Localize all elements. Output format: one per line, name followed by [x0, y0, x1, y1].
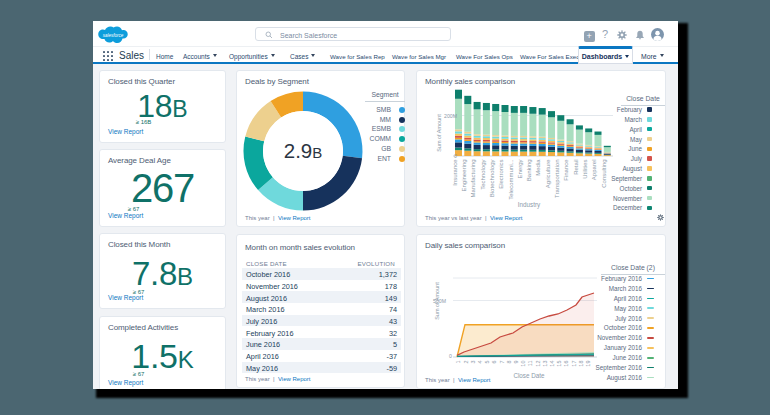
svg-text:Transportation: Transportation: [554, 160, 560, 198]
svg-text:Retail: Retail: [573, 160, 579, 175]
svg-text:200M: 200M: [444, 113, 457, 119]
svg-text:12: 12: [535, 361, 541, 367]
svg-text:Engineering: Engineering: [461, 160, 467, 192]
svg-text:Biotechnology: Biotechnology: [489, 160, 495, 198]
svg-text:Insurance: Insurance: [452, 159, 458, 186]
svg-text:Telecommuni...: Telecommuni...: [508, 159, 514, 200]
svg-text:11: 11: [527, 361, 533, 367]
svg-text:7: 7: [499, 361, 505, 364]
svg-text:Consulting: Consulting: [601, 160, 607, 188]
svg-text:Close Date: Close Date: [513, 372, 545, 379]
svg-text:19: 19: [585, 361, 591, 367]
svg-text:4: 4: [477, 361, 483, 364]
svg-text:18: 18: [578, 361, 584, 367]
svg-text:0: 0: [454, 153, 457, 159]
svg-text:Manufacturing: Manufacturing: [470, 160, 476, 198]
svg-text:10: 10: [520, 361, 526, 367]
svg-text:Banking: Banking: [526, 160, 532, 182]
svg-text:0: 0: [449, 353, 452, 359]
svg-text:9: 9: [513, 361, 519, 364]
svg-text:Finance: Finance: [563, 159, 569, 181]
svg-text:3: 3: [470, 361, 476, 364]
svg-text:Sum of Amount: Sum of Amount: [434, 282, 440, 320]
svg-text:15: 15: [556, 361, 562, 367]
svg-text:17: 17: [571, 361, 577, 367]
svg-text:Technology: Technology: [480, 160, 486, 190]
svg-text:Sum of Amount: Sum of Amount: [436, 114, 442, 152]
svg-text:5: 5: [484, 361, 490, 364]
svg-text:Apparel: Apparel: [591, 160, 597, 181]
svg-text:Media: Media: [535, 159, 541, 176]
svg-text:6: 6: [491, 361, 497, 364]
svg-text:14: 14: [549, 361, 555, 367]
svg-text:Industry: Industry: [518, 201, 541, 209]
svg-text:Agriculture: Agriculture: [545, 159, 551, 188]
svg-text:2: 2: [463, 361, 469, 364]
svg-text:13: 13: [542, 361, 548, 367]
svg-text:Energy: Energy: [517, 160, 523, 179]
svg-text:8: 8: [506, 361, 512, 364]
svg-text:1: 1: [455, 361, 461, 364]
svg-text:Electronics: Electronics: [498, 160, 504, 189]
svg-text:salesforce: salesforce: [103, 33, 124, 38]
svg-text:Utilities: Utilities: [582, 160, 588, 179]
svg-text:16: 16: [563, 361, 569, 367]
